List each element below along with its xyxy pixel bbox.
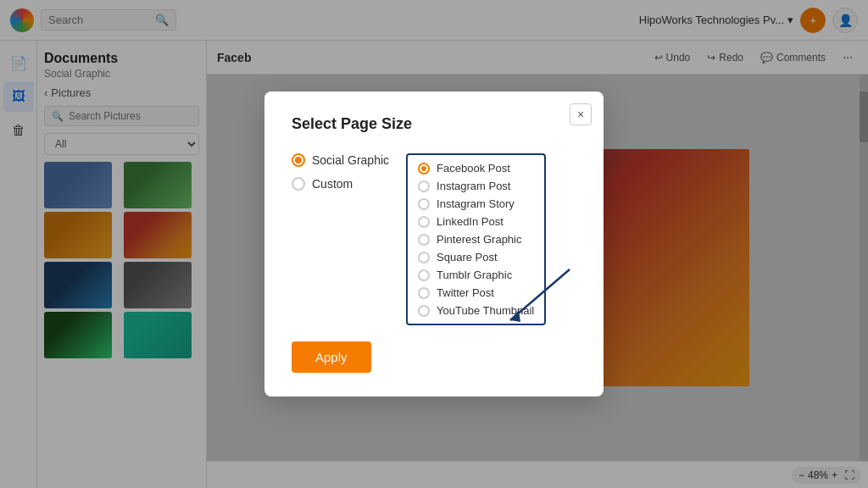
- radio-pinterest-graphic[interactable]: [418, 234, 430, 246]
- radio-facebook-post[interactable]: [418, 163, 430, 175]
- option-youtube-thumbnail[interactable]: YouTube Thumbnail: [418, 304, 534, 317]
- radio-custom[interactable]: [292, 177, 305, 191]
- radio-twitter-post[interactable]: [418, 287, 430, 299]
- option-twitter-post[interactable]: Twitter Post: [418, 286, 534, 299]
- radio-instagram-story[interactable]: [418, 198, 430, 210]
- option-square-post[interactable]: Square Post: [418, 251, 534, 263]
- option-linkedin-post[interactable]: LinkedIn Post: [418, 215, 534, 228]
- right-options: Facebook Post Instagram Post Instagram S…: [406, 153, 546, 325]
- option-instagram-post[interactable]: Instagram Post: [418, 180, 534, 192]
- radio-instagram-post[interactable]: [418, 180, 430, 192]
- option-facebook-post[interactable]: Facebook Post: [418, 162, 534, 175]
- apply-button[interactable]: Apply: [292, 341, 371, 373]
- radio-tumblr-graphic[interactable]: [418, 269, 430, 281]
- modal-overlay: Select Page Size × Social Graphic Custom: [0, 0, 868, 488]
- left-options: Social Graphic Custom: [292, 153, 389, 325]
- option-social-graphic[interactable]: Social Graphic: [292, 153, 389, 167]
- modal-close-button[interactable]: ×: [570, 103, 592, 125]
- option-instagram-story[interactable]: Instagram Story: [418, 197, 534, 210]
- radio-square-post[interactable]: [418, 252, 430, 263]
- custom-label: Custom: [312, 177, 353, 191]
- modal-title: Select Page Size: [292, 115, 576, 133]
- option-tumblr-graphic[interactable]: Tumblr Graphic: [418, 269, 534, 281]
- social-graphic-label: Social Graphic: [312, 153, 389, 167]
- radio-youtube-thumbnail[interactable]: [418, 305, 430, 317]
- radio-linkedin-post[interactable]: [418, 216, 430, 228]
- option-pinterest-graphic[interactable]: Pinterest Graphic: [418, 233, 534, 246]
- option-custom[interactable]: Custom: [292, 177, 389, 191]
- modal-body: Social Graphic Custom Facebook Post: [292, 153, 576, 325]
- select-page-size-modal: Select Page Size × Social Graphic Custom: [264, 92, 604, 396]
- radio-social-graphic[interactable]: [292, 153, 305, 167]
